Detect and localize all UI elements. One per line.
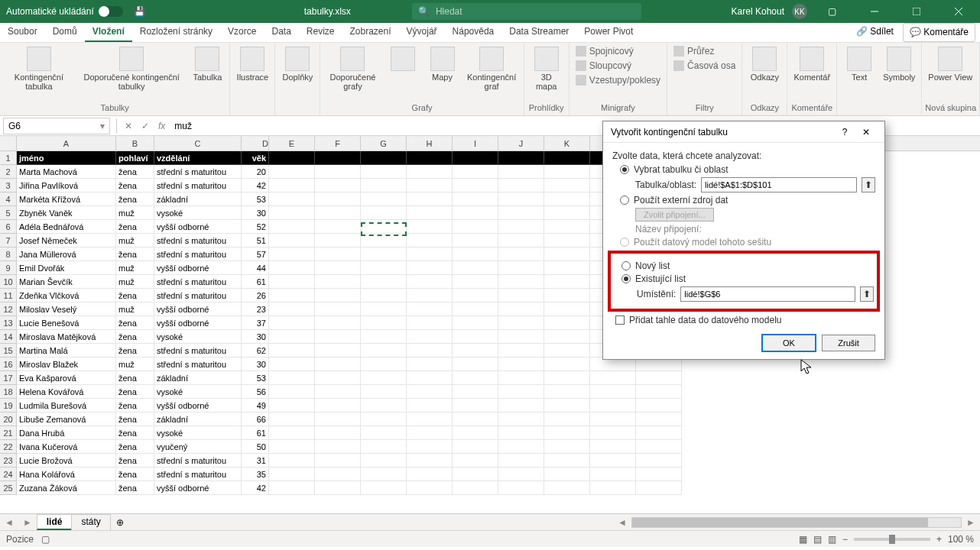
data-cell[interactable]: vyšší odborné: [154, 261, 242, 275]
data-cell[interactable]: 44: [242, 261, 269, 275]
data-cell[interactable]: 42: [242, 179, 269, 192]
row-header[interactable]: 7: [0, 234, 17, 247]
ribbon-button[interactable]: Odkazy: [745, 44, 784, 84]
view-page-break-icon[interactable]: ▥: [828, 534, 836, 545]
ribbon-button[interactable]: Tabulka: [188, 44, 226, 84]
column-header[interactable]: D: [242, 136, 269, 150]
data-cell[interactable]: žena: [116, 316, 154, 330]
data-cell[interactable]: střední s maturitou: [154, 454, 242, 467]
row-header[interactable]: 9: [0, 261, 17, 275]
row-header[interactable]: 10: [0, 275, 17, 289]
row-header[interactable]: 8: [0, 247, 17, 261]
data-cell[interactable]: muž: [116, 275, 154, 289]
column-header[interactable]: E: [269, 136, 315, 150]
data-cell[interactable]: žena: [116, 467, 154, 481]
zoom-out-button[interactable]: −: [842, 534, 848, 545]
sheet-nav-prev[interactable]: ◄: [0, 517, 18, 528]
ribbon-tab-zobrazení[interactable]: Zobrazení: [342, 23, 399, 42]
data-cell[interactable]: Eva Kašparová: [17, 371, 116, 385]
column-header[interactable]: B: [116, 136, 154, 150]
data-cell[interactable]: Ludmila Burešová: [17, 399, 116, 412]
data-cell[interactable]: žena: [116, 454, 154, 467]
data-cell[interactable]: Hana Kolářová: [17, 467, 116, 481]
ribbon-tab-domů[interactable]: Domů: [45, 23, 85, 42]
data-cell[interactable]: žena: [116, 330, 154, 344]
row-header[interactable]: 5: [0, 206, 17, 220]
row-header[interactable]: 6: [0, 220, 17, 234]
zoom-in-button[interactable]: +: [936, 534, 942, 545]
ribbon-button[interactable]: [384, 44, 422, 75]
data-cell[interactable]: žena: [116, 289, 154, 302]
close-dialog-button[interactable]: ✕: [855, 127, 877, 138]
data-cell[interactable]: 31: [242, 454, 269, 467]
ribbon-button[interactable]: Ilustrace: [233, 44, 271, 84]
data-cell[interactable]: Miloslav Veselý: [17, 302, 116, 316]
data-cell[interactable]: žena: [116, 371, 154, 385]
data-cell[interactable]: 30: [242, 358, 269, 371]
data-cell[interactable]: 66: [242, 412, 269, 426]
data-cell[interactable]: Miroslava Matějková: [17, 330, 116, 344]
zoom-slider[interactable]: [854, 538, 930, 541]
data-cell[interactable]: 61: [242, 275, 269, 289]
data-cell[interactable]: Zbyněk Vaněk: [17, 206, 116, 220]
data-cell[interactable]: vysoké: [154, 206, 242, 220]
data-cell[interactable]: vysoké: [154, 385, 242, 399]
data-cell[interactable]: 26: [242, 289, 269, 302]
data-cell[interactable]: Marian Ševčík: [17, 275, 116, 289]
data-cell[interactable]: Helena Kovářová: [17, 385, 116, 399]
data-cell[interactable]: Jana Müllerová: [17, 247, 116, 261]
ribbon-button[interactable]: Power View: [925, 44, 975, 84]
row-header[interactable]: 17: [0, 371, 17, 385]
data-cell[interactable]: základní: [154, 412, 242, 426]
row-header[interactable]: 18: [0, 385, 17, 399]
hscroll-left[interactable]: ◄: [613, 517, 631, 528]
data-cell[interactable]: Miroslav Blažek: [17, 358, 116, 371]
ribbon-button[interactable]: Komentář: [790, 44, 833, 84]
data-cell[interactable]: Dana Hrubá: [17, 426, 116, 440]
data-cell[interactable]: 30: [242, 330, 269, 344]
data-cell[interactable]: žena: [116, 412, 154, 426]
ribbon-button[interactable]: 3D mapa: [527, 44, 566, 93]
row-header[interactable]: 11: [0, 289, 17, 302]
macro-record-icon[interactable]: ▢: [41, 534, 50, 545]
data-cell[interactable]: Lucie Benešová: [17, 316, 116, 330]
data-cell[interactable]: žena: [116, 220, 154, 234]
row-header[interactable]: 2: [0, 165, 17, 179]
row-header[interactable]: 19: [0, 399, 17, 412]
row-header[interactable]: 21: [0, 426, 17, 440]
data-cell[interactable]: Ivana Kučerová: [17, 440, 116, 454]
data-cell[interactable]: 56: [242, 385, 269, 399]
data-cell[interactable]: muž: [116, 206, 154, 220]
data-cell[interactable]: Libuše Zemanová: [17, 412, 116, 426]
ribbon-tab-rozložení stránky[interactable]: Rozložení stránky: [132, 23, 220, 42]
cancel-button[interactable]: Zrušit: [822, 335, 875, 351]
data-cell[interactable]: Marta Machová: [17, 165, 116, 179]
data-cell[interactable]: střední s maturitou: [154, 247, 242, 261]
row-header[interactable]: 4: [0, 192, 17, 206]
ribbon-button[interactable]: Doporučené grafy: [323, 44, 381, 93]
data-cell[interactable]: muž: [116, 261, 154, 275]
radio-select-table[interactable]: [620, 165, 629, 174]
data-cell[interactable]: žena: [116, 385, 154, 399]
radio-existing-sheet[interactable]: [621, 274, 631, 283]
data-cell[interactable]: Lucie Brožová: [17, 454, 116, 467]
row-header[interactable]: 3: [0, 179, 17, 192]
data-cell[interactable]: žena: [116, 481, 154, 495]
data-cell[interactable]: 52: [242, 220, 269, 234]
help-button[interactable]: ?: [834, 127, 855, 138]
autosave-toggle[interactable]: Automatické ukládání 💾: [0, 6, 151, 17]
sheet-tab[interactable]: státy: [71, 514, 110, 530]
row-header[interactable]: 15: [0, 344, 17, 358]
choose-connection-button[interactable]: Zvolit připojení...: [635, 208, 714, 222]
location-input[interactable]: [680, 286, 855, 302]
data-cell[interactable]: žena: [116, 399, 154, 412]
row-header[interactable]: 12: [0, 302, 17, 316]
column-header[interactable]: C: [154, 136, 242, 150]
ribbon-tab-vzorce[interactable]: Vzorce: [220, 23, 264, 42]
user-name[interactable]: Karel Kohout: [732, 6, 784, 17]
close-button[interactable]: [941, 0, 975, 23]
enter-formula-icon[interactable]: ✓: [137, 121, 154, 131]
data-cell[interactable]: vyšší odborné: [154, 399, 242, 412]
row-header[interactable]: 13: [0, 316, 17, 330]
data-cell[interactable]: 30: [242, 206, 269, 220]
